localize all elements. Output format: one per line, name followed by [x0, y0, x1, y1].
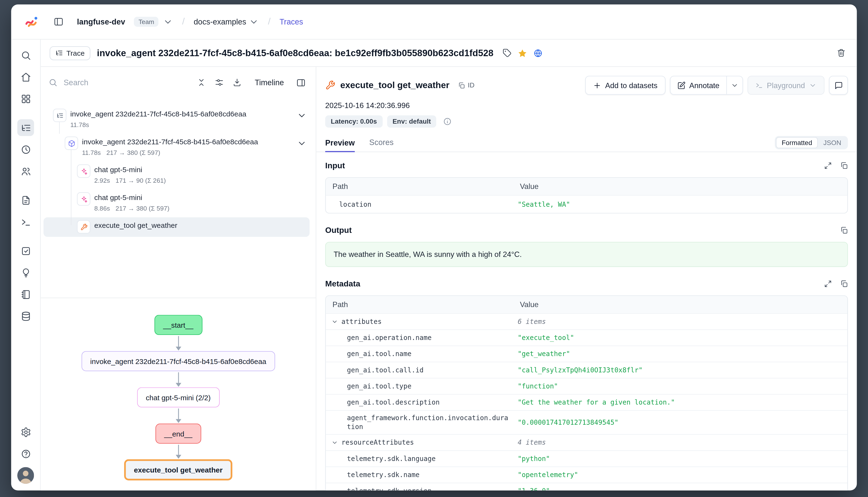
bookmark-star-button[interactable] [515, 46, 529, 60]
tool-icon [77, 220, 91, 233]
trash-icon [837, 48, 846, 57]
rail-search-button[interactable] [17, 47, 34, 63]
annotate-button[interactable]: Annotate [670, 76, 726, 94]
tree-row-tool-selected[interactable]: execute_tool get_weather [43, 217, 309, 237]
chevron-down-icon[interactable] [163, 17, 173, 27]
tree-row-meta: 2.92s171 → 90 (Σ 261) [94, 177, 166, 185]
user-avatar[interactable] [17, 467, 34, 484]
table-row: gen_ai.tool.type"function" [326, 378, 847, 394]
playground-button[interactable]: Playground [747, 76, 825, 95]
rail-users-button[interactable] [17, 163, 34, 180]
metadata-section: Metadata PathValue [325, 277, 848, 491]
grid-icon [20, 94, 31, 104]
delete-trace-button[interactable] [835, 46, 848, 60]
format-formatted-button[interactable]: Formatted [776, 137, 818, 148]
graph-node-tool-selected[interactable]: execute_tool get_weather [124, 459, 233, 480]
graph-node-chat[interactable]: chat gpt-5-mini (2/2) [137, 387, 219, 408]
metadata-group-resource-attributes[interactable]: resourceAttributes 4 items [326, 434, 847, 450]
table-row: gen_ai.tool.call.id"call_PsylzxTpQh4i0OI… [326, 362, 847, 378]
tree-connector [59, 122, 59, 134]
collapse-panel-button[interactable] [294, 76, 308, 89]
collapse-all-icon [197, 78, 206, 87]
trace-type-badge: Trace [50, 46, 91, 60]
chevron-down-icon [249, 17, 259, 27]
copy-icon[interactable] [840, 280, 848, 288]
info-button[interactable] [441, 115, 454, 128]
table-row: telemetry.sdk.version"1.36.0" [326, 483, 847, 490]
rail-datasets-button[interactable] [17, 308, 34, 324]
lightbulb-icon [20, 267, 31, 278]
gear-icon [20, 427, 31, 437]
display-settings-button[interactable] [212, 76, 226, 89]
annotate-split-button: Annotate [670, 76, 743, 95]
rail-dashboards-button[interactable] [17, 90, 34, 107]
panel-left-icon [54, 17, 64, 27]
observation-detail-panel: execute_tool get_weather ID Add to datas… [316, 67, 857, 491]
breadcrumb-section[interactable]: Traces [279, 17, 303, 26]
table-header: PathValue [326, 296, 847, 313]
group-count: 6 items [513, 315, 847, 328]
chevron-down-icon [331, 439, 338, 446]
output-heading: Output [325, 226, 352, 235]
notebook-icon [20, 289, 31, 300]
tree-row-generation[interactable]: chat gpt-5-mini 2.92s171 → 90 (Σ 261) [41, 161, 312, 188]
project-name[interactable]: docs-examples [194, 17, 259, 27]
top-navigation-bar: langfuse-dev Team / docs-examples / Trac… [11, 4, 857, 40]
tree-row-generation[interactable]: chat gpt-5-mini 8.86s217 → 380 (Σ 597) [41, 189, 312, 216]
rail-support-button[interactable] [17, 445, 34, 462]
rail-annotation-button[interactable] [17, 286, 34, 303]
org-name[interactable]: langfuse-dev [77, 17, 125, 26]
annotate-dropdown-button[interactable] [726, 76, 742, 94]
tree-row-agent-span[interactable]: invoke_agent 232de211-7fcf-45c8-b415-6af… [41, 134, 312, 160]
rail-evaluation-button[interactable] [17, 242, 34, 259]
rail-home-button[interactable] [17, 69, 34, 85]
chevron-down-icon[interactable] [297, 138, 307, 148]
detail-tabs: Preview Scores Formatted JSON [316, 134, 857, 152]
expand-icon[interactable] [824, 280, 832, 288]
format-toggle: Formatted JSON [775, 136, 848, 150]
tab-preview[interactable]: Preview [325, 138, 355, 152]
tree-row-label: invoke_agent 232de211-7fcf-45c8-b415-6af… [82, 137, 258, 147]
table-row: location "Seattle, WA" [326, 195, 847, 213]
share-public-button[interactable] [531, 46, 545, 60]
download-button[interactable] [230, 76, 244, 89]
copy-icon[interactable] [840, 161, 848, 170]
list-tree-icon [55, 49, 63, 57]
pen-square-icon [677, 81, 685, 89]
output-section: Output The weather in Seattle, WA is sun… [325, 224, 848, 267]
copy-id-button[interactable]: ID [454, 81, 478, 90]
rail-sessions-button[interactable] [17, 141, 34, 158]
tree-row-trace[interactable]: invoke_agent 232de211-7fcf-45c8-b415-6af… [41, 106, 312, 132]
rail-playground-button[interactable] [17, 213, 34, 230]
metadata-group-attributes[interactable]: attributes 6 items [326, 313, 847, 329]
copy-icon[interactable] [840, 226, 848, 235]
expand-icon[interactable] [824, 161, 832, 170]
tags-button[interactable] [500, 46, 513, 60]
timeline-toggle[interactable]: Timeline [251, 77, 287, 88]
comments-button[interactable] [829, 76, 848, 95]
sidebar-toggle-button[interactable] [52, 14, 66, 29]
table-row: agent_framework.function.invocation.dura… [326, 410, 847, 434]
search-input[interactable] [63, 77, 126, 88]
collapse-all-button[interactable] [194, 76, 208, 89]
observation-title: execute_tool get_weather [340, 80, 450, 90]
add-to-datasets-button[interactable]: Add to datasets [585, 76, 665, 95]
app-window: langfuse-dev Team / docs-examples / Trac… [11, 4, 857, 491]
rail-traces-button[interactable] [17, 119, 34, 136]
tree-search[interactable] [49, 77, 190, 88]
rail-prompts-button[interactable] [17, 192, 34, 209]
graph-node-start[interactable]: __start__ [154, 315, 202, 335]
breadcrumb-separator: / [182, 16, 185, 27]
table-header: PathValue [326, 178, 847, 195]
search-icon [49, 78, 57, 87]
chevron-down-icon[interactable] [297, 111, 307, 120]
graph-node-agent[interactable]: invoke_agent 232de211-7fcf-45c8-b415-6af… [81, 351, 275, 371]
list-tree-icon [56, 112, 63, 119]
tree-row-label: chat gpt-5-mini [94, 165, 166, 175]
format-json-button[interactable]: JSON [818, 137, 847, 148]
graph-node-end[interactable]: __end__ [155, 424, 202, 444]
rail-judge-button[interactable] [17, 264, 34, 281]
tab-scores[interactable]: Scores [369, 138, 394, 152]
home-icon [20, 72, 31, 82]
rail-settings-button[interactable] [17, 424, 34, 440]
